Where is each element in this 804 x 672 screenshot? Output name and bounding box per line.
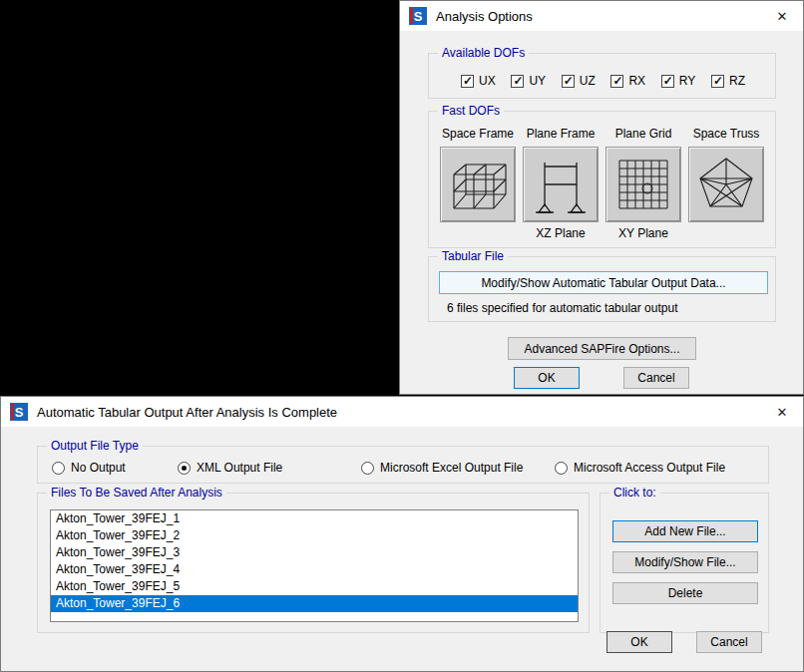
space-frame-icon — [446, 153, 510, 216]
files-group: Files To Be Saved After Analysis Akton_T… — [37, 493, 590, 633]
group-label: Files To Be Saved After Analysis — [47, 486, 226, 500]
dof-label: UZ — [580, 74, 596, 88]
app-icon: S — [409, 7, 427, 25]
group-label: Click to: — [609, 486, 660, 500]
group-label: Tabular File — [438, 249, 508, 263]
group-label: Fast DOFs — [438, 104, 504, 118]
add-new-file-button[interactable]: Add New File... — [612, 520, 758, 542]
dof-label: RZ — [729, 74, 745, 88]
app-icon: S — [10, 403, 28, 421]
space-truss-icon — [694, 153, 758, 216]
close-icon[interactable]: ✕ — [761, 1, 803, 31]
tabular-output-dialog: S Automatic Tabular Output After Analysi… — [0, 396, 804, 672]
fast-option-label: Plane Grid — [615, 127, 672, 147]
fast-dofs-group: Fast DOFs Space Frame Plane Frame — [428, 111, 776, 248]
advanced-sapfire-options-button[interactable]: Advanced SAPFire Options... — [508, 337, 696, 360]
plane-frame-button[interactable] — [523, 147, 599, 222]
analysis-options-dialog: S Analysis Options ✕ Available DOFs UX U… — [399, 0, 804, 395]
close-icon[interactable]: ✕ — [761, 397, 803, 427]
dof-checkbox[interactable] — [711, 75, 724, 88]
fast-dofs-row: Space Frame Plane Frame — [429, 112, 775, 240]
list-item[interactable]: Akton_Tower_39FEJ_1 — [51, 510, 578, 527]
delete-button[interactable]: Delete — [612, 582, 758, 604]
space-truss-button[interactable] — [688, 147, 764, 222]
radio-label: Microsoft Excel Output File — [380, 461, 523, 475]
fast-option-label: Space Truss — [693, 127, 760, 147]
dof-checkbox[interactable] — [461, 75, 474, 88]
radio-label: XML Output File — [197, 461, 282, 475]
plane-grid-button[interactable] — [605, 147, 681, 222]
radio-no-output[interactable]: No Output — [52, 461, 126, 475]
fast-col-plane-frame: Plane Frame XZ Plane — [521, 127, 601, 240]
plane-frame-icon — [529, 153, 593, 216]
list-item[interactable]: Akton_Tower_39FEJ_3 — [51, 544, 578, 561]
list-item[interactable]: Akton_Tower_39FEJ_5 — [51, 578, 578, 595]
fast-option-label: Space Frame — [442, 127, 514, 147]
plane-grid-icon — [611, 153, 675, 216]
output-type-radio[interactable] — [178, 462, 191, 475]
tabular-file-status: 6 files specified for automatic tabular … — [447, 301, 677, 315]
dof-checkbox[interactable] — [610, 75, 623, 88]
ok-button[interactable]: OK — [514, 367, 580, 389]
dof-item-ux[interactable]: UX — [461, 74, 496, 88]
dof-item-uz[interactable]: UZ — [562, 74, 596, 88]
dof-label: RY — [679, 74, 695, 88]
cancel-button[interactable]: Cancel — [696, 631, 762, 653]
group-label: Output File Type — [47, 439, 143, 453]
analysis-options-titlebar[interactable]: S Analysis Options ✕ — [400, 1, 803, 31]
fast-col-space-truss: Space Truss — [686, 127, 766, 240]
ok-button[interactable]: OK — [606, 631, 672, 653]
app-icon-letter: S — [15, 405, 24, 420]
fast-col-plane-grid: Plane Grid XY Plane — [603, 127, 683, 240]
radio-xml-output[interactable]: XML Output File — [178, 461, 282, 475]
output-type-radio[interactable] — [361, 462, 374, 475]
output-type-radio[interactable] — [52, 462, 65, 475]
modify-show-file-button[interactable]: Modify/Show File... — [612, 551, 758, 573]
cancel-button[interactable]: Cancel — [623, 367, 689, 389]
list-item[interactable]: Akton_Tower_39FEJ_4 — [51, 561, 578, 578]
tabular-output-titlebar[interactable]: S Automatic Tabular Output After Analysi… — [1, 397, 803, 427]
fast-plane-label: XZ Plane — [536, 222, 585, 240]
dof-label: RX — [628, 74, 645, 88]
dof-checkbox[interactable] — [511, 75, 524, 88]
output-type-radio[interactable] — [555, 462, 568, 475]
output-file-type-group: Output File Type No Output XML Output Fi… — [37, 446, 769, 484]
list-item[interactable]: Akton_Tower_39FEJ_2 — [51, 527, 578, 544]
dof-label: UX — [479, 74, 496, 88]
files-listbox[interactable]: Akton_Tower_39FEJ_1Akton_Tower_39FEJ_2Ak… — [50, 509, 579, 622]
desktop: { "app": { "icon_letter": "S", "close_gl… — [0, 0, 804, 672]
radio-excel-output[interactable]: Microsoft Excel Output File — [361, 461, 523, 475]
dof-item-rx[interactable]: RX — [610, 74, 645, 88]
fast-plane-label: XY Plane — [618, 222, 668, 240]
available-dofs-group: Available DOFs UX UY UZ RX RY — [428, 53, 776, 99]
dof-item-uy[interactable]: UY — [511, 74, 546, 88]
list-item[interactable]: Akton_Tower_39FEJ_6 — [51, 595, 578, 612]
dialog-title: Analysis Options — [436, 9, 533, 24]
dof-checkbox[interactable] — [661, 75, 674, 88]
fast-option-label: Plane Frame — [527, 127, 596, 147]
app-icon-letter: S — [414, 9, 423, 24]
space-frame-button[interactable] — [440, 147, 516, 222]
dof-item-ry[interactable]: RY — [661, 74, 695, 88]
dof-item-rz[interactable]: RZ — [711, 74, 745, 88]
fast-col-space-frame: Space Frame — [438, 127, 518, 240]
radio-label: Microsoft Access Output File — [574, 461, 725, 475]
dof-label: UY — [529, 74, 546, 88]
group-label: Available DOFs — [438, 46, 529, 60]
modify-show-tabular-output-button[interactable]: Modify/Show Automatic Tabular Output Dat… — [439, 271, 768, 294]
radio-label: No Output — [71, 461, 126, 475]
dialog-title: Automatic Tabular Output After Analysis … — [37, 405, 337, 420]
click-to-group: Click to: Add New File... Modify/Show Fi… — [600, 493, 769, 633]
radio-access-output[interactable]: Microsoft Access Output File — [555, 461, 725, 475]
tabular-file-group: Tabular File Modify/Show Automatic Tabul… — [428, 256, 776, 322]
dof-checkbox[interactable] — [562, 75, 575, 88]
